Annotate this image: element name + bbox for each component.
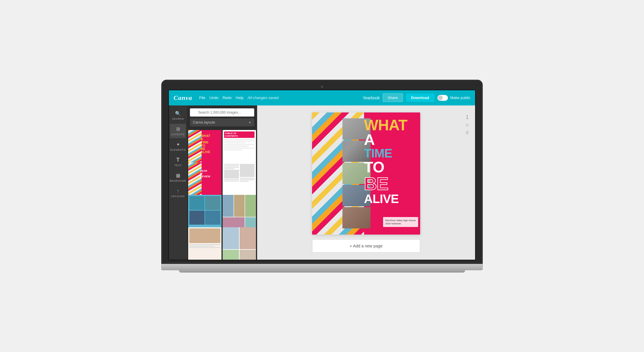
toggle-switch[interactable] <box>437 95 448 101</box>
title-time: TIME <box>364 147 418 159</box>
webcam <box>321 86 323 88</box>
title-what: WHAT <box>364 118 418 132</box>
app: Canva File Undo Redo Help All changes sa… <box>169 90 475 260</box>
header-nav: File Undo Redo Help All changes saved <box>199 96 278 100</box>
sidebar-elements-label: ELEMENTS <box>170 148 186 151</box>
toc-header: TABLE OFCONTENTS <box>224 131 255 138</box>
header-right: Yearbook Share Download Make public <box>363 93 470 102</box>
make-public-label: Make public <box>450 96 470 100</box>
sidebar-item-background[interactable]: ▦ BKGROUND <box>170 170 186 185</box>
sidebar-uploads-label: UPLOADS <box>171 195 185 198</box>
delete-page-icon[interactable]: 🗑 <box>465 130 469 135</box>
dropdown-bar: Canva layouts ▼ <box>187 118 257 129</box>
chevron-down-icon: ▼ <box>248 121 251 124</box>
subtitle-line2: 2016 Yearbook <box>385 222 416 225</box>
help-menu[interactable]: Help <box>236 96 244 100</box>
logo: Canva <box>174 94 192 102</box>
design-canvas[interactable]: WHAT A TIME TO BE ALIVE Red Rock Valley <box>312 112 420 235</box>
page-number: 1 <box>466 114 469 120</box>
search-bar-area: 🔍 <box>187 105 257 118</box>
text-icon: T <box>175 157 181 163</box>
copy-page-icon[interactable]: ⧉ <box>466 123 469 128</box>
layouts-grid: WHATATIMETOBEALIVE FREE TABLE OFCONTENTS <box>187 129 257 260</box>
layouts-icon: ⊞ <box>175 126 181 132</box>
sidebar-item-search[interactable]: 🔍 SEARCH <box>170 108 186 123</box>
laptop-foot <box>179 270 465 273</box>
title-a: A <box>364 132 418 147</box>
subtitle-box: Red Rock Valley High School 2016 Yearboo… <box>383 217 418 227</box>
search-input[interactable] <box>190 108 254 117</box>
laptop-screen: Canva File Undo Redo Help All changes sa… <box>168 90 476 260</box>
sidebar-layouts-label: LAYOUTS <box>172 133 185 136</box>
share-button[interactable]: Share <box>383 93 403 102</box>
title-be: BE <box>364 175 418 193</box>
download-button[interactable]: Download <box>406 93 434 102</box>
header: Canva File Undo Redo Help All changes sa… <box>169 90 475 105</box>
add-page-button[interactable]: + Add a new page <box>312 239 420 253</box>
sidebar-background-label: BKGROUND <box>170 179 186 182</box>
file-menu[interactable]: File <box>199 96 205 100</box>
layouts-panel: 🔍 Canva layouts ▼ <box>187 105 257 260</box>
yearbook-cover-design: WHAT A TIME TO BE ALIVE Red Rock Valley <box>312 112 420 235</box>
sidebar-icons: 🔍 SEARCH ⊞ LAYOUTS ✦ ELEMENTS T <box>169 105 187 260</box>
thumb1-text: WHATATIMETOBEALIVE <box>201 134 210 154</box>
laptop-base <box>161 264 483 270</box>
review-text: AYEARINREVIEW <box>200 167 210 178</box>
sidebar-item-uploads[interactable]: ↑ UPLOADS <box>170 186 186 200</box>
sidebar-item-text[interactable]: T TEXT <box>170 155 186 169</box>
app-body: 🔍 SEARCH ⊞ LAYOUTS ✦ ELEMENTS T <box>169 105 475 260</box>
elements-icon: ✦ <box>175 142 181 148</box>
document-title: Yearbook <box>363 96 380 100</box>
canvas-area: 1 ⧉ 🗑 <box>257 105 475 260</box>
title-to: TO <box>364 159 418 175</box>
save-status: All changes saved <box>248 96 279 100</box>
redo-button[interactable]: Redo <box>223 96 232 100</box>
sidebar-text-label: TEXT <box>174 164 181 167</box>
layouts-dropdown[interactable]: Canva layouts <box>190 118 254 126</box>
background-icon: ▦ <box>175 173 181 178</box>
title-alive: ALIVE <box>364 193 418 205</box>
layout-thumb-7[interactable] <box>188 227 221 260</box>
subtitle-line1: Red Rock Valley High School <box>385 219 416 222</box>
toggle-knob <box>438 96 443 100</box>
sidebar-item-layouts[interactable]: ⊞ LAYOUTS <box>170 124 186 138</box>
laptop-frame: Canva File Undo Redo Help All changes sa… <box>161 80 483 273</box>
sidebar-item-elements[interactable]: ✦ ELEMENTS <box>170 139 186 154</box>
uploads-icon: ↑ <box>175 188 181 194</box>
sidebar-search-label: SEARCH <box>172 117 184 120</box>
make-public-toggle[interactable]: Make public <box>437 95 470 101</box>
photo-cell-5 <box>342 207 371 228</box>
undo-button[interactable]: Undo <box>210 96 219 100</box>
page-number-sidebar: 1 ⧉ 🗑 <box>465 114 469 135</box>
title-text-overlay: WHAT A TIME TO BE ALIVE <box>364 118 418 205</box>
search-icon: 🔍 <box>175 111 181 117</box>
layout-thumb-8[interactable]: FREE <box>223 227 256 260</box>
